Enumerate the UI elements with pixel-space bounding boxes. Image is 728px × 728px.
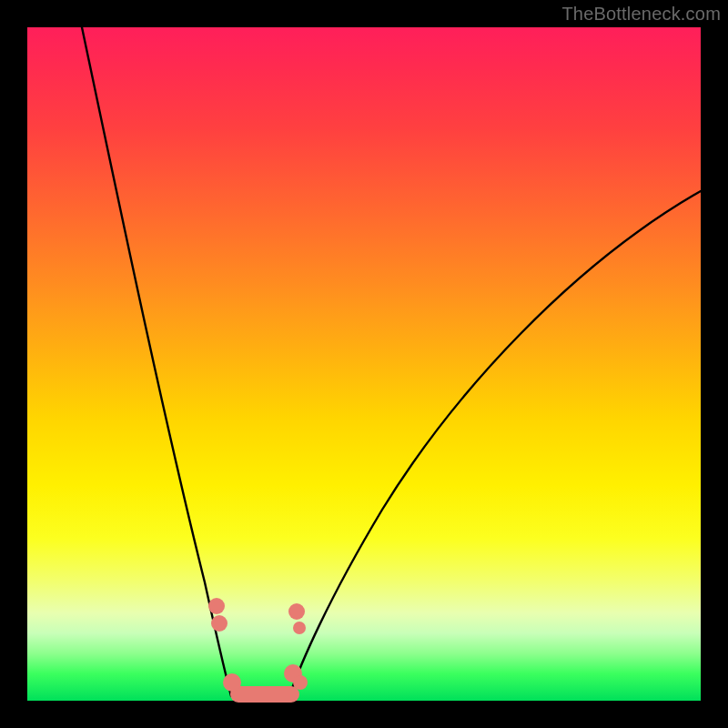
chart-frame: TheBottleneck.com	[0, 0, 728, 728]
marker-dot	[223, 673, 241, 692]
curve-left-branch	[82, 27, 231, 696]
marker-dot	[208, 598, 225, 614]
curve-layer	[27, 27, 701, 701]
curve-right-branch	[289, 191, 701, 696]
watermark-text: TheBottleneck.com	[561, 4, 721, 25]
marker-dot	[288, 603, 305, 620]
marker-dot	[293, 675, 308, 690]
marker-dot	[293, 622, 306, 634]
plot-area	[27, 27, 701, 701]
marker-dot	[211, 615, 228, 632]
